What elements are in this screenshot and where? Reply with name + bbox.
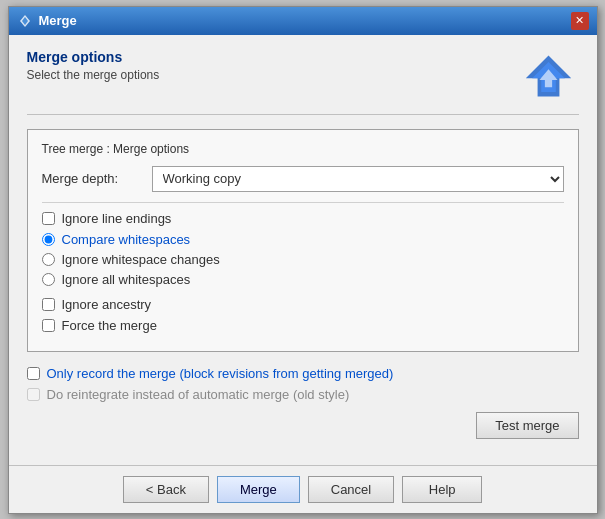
only-record-row: Only record the merge (block revisions f… bbox=[27, 366, 579, 381]
force-merge-label[interactable]: Force the merge bbox=[62, 318, 157, 333]
back-button[interactable]: < Back bbox=[123, 476, 209, 503]
header-section: Merge options Select the merge options bbox=[27, 49, 579, 115]
only-record-label[interactable]: Only record the merge (block revisions f… bbox=[47, 366, 394, 381]
footer: < Back Merge Cancel Help bbox=[9, 465, 597, 513]
window-title: Merge bbox=[39, 13, 77, 28]
ignore-all-whitespaces-row: Ignore all whitespaces bbox=[42, 272, 564, 287]
merge-dialog: Merge ✕ Merge options Select the merge o… bbox=[8, 6, 598, 514]
do-reintegrate-label: Do reintegrate instead of automatic merg… bbox=[47, 387, 350, 402]
cancel-button[interactable]: Cancel bbox=[308, 476, 394, 503]
ignore-all-whitespaces-radio[interactable] bbox=[42, 273, 55, 286]
merge-icon bbox=[17, 13, 33, 29]
ignore-line-endings-row: Ignore line endings bbox=[42, 211, 564, 226]
main-content: Merge options Select the merge options T… bbox=[9, 35, 597, 465]
do-reintegrate-checkbox bbox=[27, 388, 40, 401]
separator-1 bbox=[42, 202, 564, 203]
force-merge-checkbox[interactable] bbox=[42, 319, 55, 332]
ignore-ancestry-checkbox[interactable] bbox=[42, 298, 55, 311]
do-reintegrate-row: Do reintegrate instead of automatic merg… bbox=[27, 387, 579, 402]
ignore-whitespace-changes-radio[interactable] bbox=[42, 253, 55, 266]
bottom-section: Only record the merge (block revisions f… bbox=[27, 366, 579, 402]
compare-whitespaces-row: Compare whitespaces bbox=[42, 232, 564, 247]
merge-depth-row: Merge depth: Working copy Infinity Immed… bbox=[42, 166, 564, 192]
ignore-whitespace-changes-row: Ignore whitespace changes bbox=[42, 252, 564, 267]
only-record-checkbox[interactable] bbox=[27, 367, 40, 380]
options-box: Tree merge : Merge options Merge depth: … bbox=[27, 129, 579, 352]
header-subtitle: Select the merge options bbox=[27, 68, 519, 82]
ignore-ancestry-row: Ignore ancestry bbox=[42, 297, 564, 312]
ignore-whitespace-changes-label[interactable]: Ignore whitespace changes bbox=[62, 252, 220, 267]
logo-area bbox=[519, 49, 579, 104]
ignore-all-whitespaces-label[interactable]: Ignore all whitespaces bbox=[62, 272, 191, 287]
merge-depth-label: Merge depth: bbox=[42, 171, 142, 186]
header-text: Merge options Select the merge options bbox=[27, 49, 519, 82]
options-section-title: Tree merge : Merge options bbox=[42, 142, 564, 156]
title-bar-left: Merge bbox=[17, 13, 77, 29]
compare-whitespaces-label[interactable]: Compare whitespaces bbox=[62, 232, 191, 247]
test-merge-button[interactable]: Test merge bbox=[476, 412, 578, 439]
test-merge-area: Test merge bbox=[27, 412, 579, 439]
close-button[interactable]: ✕ bbox=[571, 12, 589, 30]
header-title: Merge options bbox=[27, 49, 519, 65]
force-merge-row: Force the merge bbox=[42, 318, 564, 333]
compare-whitespaces-radio[interactable] bbox=[42, 233, 55, 246]
title-bar: Merge ✕ bbox=[9, 7, 597, 35]
merge-depth-select[interactable]: Working copy Infinity Immediate children… bbox=[152, 166, 564, 192]
ignore-line-endings-label[interactable]: Ignore line endings bbox=[62, 211, 172, 226]
help-button[interactable]: Help bbox=[402, 476, 482, 503]
merge-button[interactable]: Merge bbox=[217, 476, 300, 503]
tortoise-logo bbox=[521, 51, 576, 101]
ignore-line-endings-checkbox[interactable] bbox=[42, 212, 55, 225]
ignore-ancestry-label[interactable]: Ignore ancestry bbox=[62, 297, 152, 312]
